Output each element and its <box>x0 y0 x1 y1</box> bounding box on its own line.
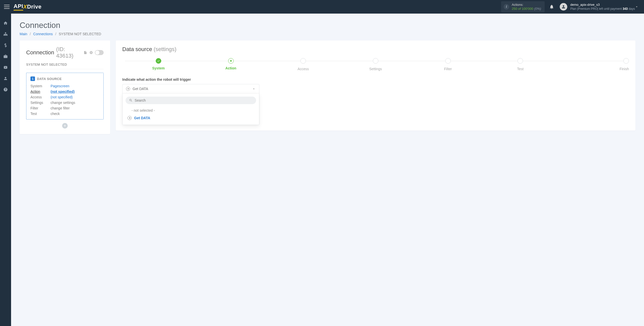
connection-card: Connection (ID: 43613) SYSTEM NOT SELECT… <box>20 40 110 134</box>
gear-icon[interactable] <box>89 51 93 55</box>
breadcrumb-connections[interactable]: Connections <box>33 32 53 36</box>
play-icon <box>126 87 130 91</box>
logo-drive: Drive <box>27 4 42 10</box>
step-action[interactable]: Action <box>195 58 267 70</box>
actions-pill[interactable]: i Actions: 250 of 100'000 (0%) <box>501 1 545 12</box>
connection-toggle[interactable] <box>95 50 104 55</box>
svg-rect-7 <box>7 34 7 35</box>
dropdown-search <box>126 97 256 104</box>
user-block[interactable]: demo_apix-drive_s3 Plan |Premium PRO| le… <box>570 3 635 11</box>
svg-rect-0 <box>5 32 6 33</box>
system-not-selected-label: SYSTEM NOT SELECTED <box>26 63 104 69</box>
connection-id: (ID: 43613) <box>56 46 82 59</box>
bell-icon[interactable] <box>549 4 554 9</box>
svg-rect-5 <box>4 34 7 34</box>
actions-total: 100'000 <box>522 7 533 11</box>
svg-rect-2 <box>5 35 6 36</box>
content: Connection Main / Connections / SYSTEM N… <box>11 14 644 326</box>
actions-used: 250 <box>512 7 517 11</box>
step-access[interactable]: Access <box>267 58 339 71</box>
action-section-label: Indicate what action the robot will trig… <box>122 77 629 82</box>
step-finish[interactable]: Finish <box>556 58 629 71</box>
play-icon <box>128 116 132 120</box>
sidebar <box>0 14 11 326</box>
ds-filter-value[interactable]: change filter <box>51 106 99 110</box>
ds-action-value[interactable]: (not specified) <box>51 90 99 94</box>
connection-title: Connection (ID: 43613) <box>26 46 104 59</box>
step-filter[interactable]: Filter <box>412 58 484 71</box>
logo-api: API <box>14 3 23 11</box>
topbar: APIXDrive i Actions: 250 of 100'000 (0%)… <box>0 0 644 14</box>
user-name: demo_apix-drive_s3 <box>570 3 635 7</box>
datasource-settings-card: Data source (settings) System Action Acc… <box>116 40 635 131</box>
stepper: System Action Access Settings Filter <box>122 58 629 71</box>
dropdown-selected[interactable]: Get DATA <box>123 84 259 93</box>
info-icon: i <box>504 4 509 10</box>
sidebar-briefcase-icon[interactable] <box>3 54 8 59</box>
ds-test-value[interactable]: check <box>51 112 99 116</box>
chevron-up-icon <box>252 87 256 91</box>
add-button[interactable]: + <box>62 123 68 129</box>
right-title: Data source (settings) <box>122 46 629 53</box>
ds-settings-value[interactable]: change settings <box>51 101 99 105</box>
step-test[interactable]: Test <box>484 58 557 71</box>
sidebar-home-icon[interactable] <box>3 21 8 26</box>
svg-rect-6 <box>4 34 4 35</box>
dropdown-option-getdata[interactable]: Get DATA <box>126 114 256 122</box>
search-icon <box>129 99 133 102</box>
sidebar-user-icon[interactable] <box>3 76 8 81</box>
action-dropdown: Get DATA - not selected - Get DATA <box>122 84 259 125</box>
hamburger-icon[interactable] <box>4 5 10 9</box>
datasource-badge: 1 <box>30 76 35 81</box>
logo-x: X <box>23 4 27 10</box>
actions-text: Actions: 250 of 100'000 (0%) <box>512 3 541 11</box>
ds-system-value[interactable]: Pagescreen <box>51 84 99 88</box>
step-system[interactable]: System <box>122 58 195 70</box>
actions-percent: (0%) <box>534 7 541 11</box>
breadcrumb: Main / Connections / SYSTEM NOT SELECTED <box>20 32 635 36</box>
sidebar-help-icon[interactable] <box>3 87 8 92</box>
step-settings[interactable]: Settings <box>339 58 412 71</box>
logo[interactable]: APIXDrive <box>14 3 42 11</box>
dropdown-panel: - not selected - Get DATA <box>123 93 259 125</box>
breadcrumb-current: SYSTEM NOT SELECTED <box>59 32 101 36</box>
sidebar-youtube-icon[interactable] <box>3 65 8 70</box>
ds-access-value[interactable]: (not specified) <box>51 95 99 99</box>
document-icon[interactable] <box>84 51 87 55</box>
breadcrumb-main[interactable]: Main <box>20 32 27 36</box>
page-title: Connection <box>20 21 635 30</box>
sidebar-dollar-icon[interactable] <box>3 43 8 48</box>
user-plan: Plan |Premium PRO| left until payment 34… <box>570 7 635 11</box>
datasource-label: DATA SOURCE <box>37 77 62 81</box>
dropdown-option-none[interactable]: - not selected - <box>126 107 256 114</box>
datasource-box: 1 DATA SOURCE System Pagescreen Action (… <box>26 73 104 119</box>
dropdown-search-input[interactable] <box>135 98 253 102</box>
chevron-down-icon[interactable] <box>635 5 638 9</box>
actions-label: Actions: <box>512 3 541 7</box>
sidebar-sitemap-icon[interactable] <box>3 32 8 37</box>
avatar[interactable] <box>560 3 567 11</box>
